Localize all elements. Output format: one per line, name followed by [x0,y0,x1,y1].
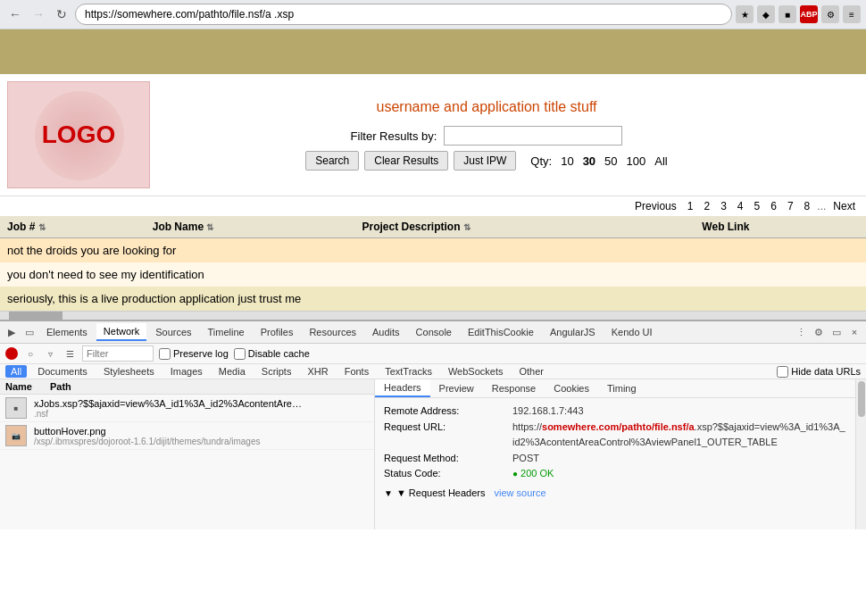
record-button[interactable] [5,347,18,360]
search-button[interactable]: Search [305,151,359,171]
format-icon[interactable]: ☰ [62,346,77,361]
clear-log-icon[interactable]: ○ [23,346,37,361]
horizontal-scrollbar[interactable] [0,311,866,320]
devtools-body: Name Path ■ xJobs.xsp?$$ajaxid=view%3A_i… [0,379,866,529]
clear-results-button[interactable]: Clear Results [364,151,448,171]
preserve-log-checkbox[interactable] [159,348,171,360]
extension-icon[interactable]: ■ [779,5,796,23]
list-item[interactable]: 📷 buttonHover.png /xsp/.ibmxspres/dojoro… [0,422,374,450]
tab-audits[interactable]: Audits [365,324,407,340]
scroll-thumb[interactable] [9,312,62,320]
hide-data-urls-checkbox[interactable] [777,366,788,378]
address-bar[interactable] [75,4,732,25]
filter-stylesheets[interactable]: Stylesheets [98,365,160,378]
network-filter-input[interactable] [82,345,154,362]
reload-button[interactable]: ↻ [52,4,71,24]
request-headers-toggle[interactable]: ▼ ▼ Request Headers view source [384,486,846,502]
request-url-label: Request URL: [384,420,509,451]
qty-30[interactable]: 30 [583,154,595,168]
qty-all[interactable]: All [654,154,667,168]
page-content: LOGO username and application title stuf… [0,29,866,320]
star-icon[interactable]: ★ [736,5,754,23]
col-job-name[interactable]: Job Name ⇅ [146,216,355,238]
filter-xhr[interactable]: XHR [302,365,333,378]
filter-other[interactable]: Other [514,365,550,378]
disable-cache-checkbox[interactable] [234,348,246,360]
tab-sources[interactable]: Sources [148,324,198,340]
tab-profiles[interactable]: Profiles [254,324,301,340]
tab-resources[interactable]: Resources [302,324,363,340]
page-8[interactable]: 8 [801,199,814,213]
request-method-row: Request Method: POST [384,451,846,467]
devtools-scrollbar[interactable] [855,379,866,529]
device-mode-icon[interactable]: ▭ [21,324,37,340]
prev-page[interactable]: Previous [631,199,680,213]
filter-icon[interactable]: ▿ [43,346,57,361]
preserve-log-text: Preserve log [173,348,229,359]
page-6[interactable]: 6 [767,199,780,213]
hide-data-urls-label[interactable]: Hide data URLs [777,366,861,378]
status-val: ● 200 OK [512,466,554,482]
plugin-icon[interactable]: ◆ [757,5,775,23]
filter-websockets[interactable]: WebSockets [443,365,509,378]
view-source-link[interactable]: view source [494,486,545,502]
page-1[interactable]: 1 [684,199,697,213]
status-code: 200 OK [520,468,554,479]
filter-input[interactable] [444,126,622,146]
qty-100[interactable]: 100 [627,154,646,168]
just-ipw-button[interactable]: Just IPW [454,151,516,171]
file-list: Name Path ■ xJobs.xsp?$$ajaxid=view%3A_i… [0,379,375,529]
devtools-scroll-thumb[interactable] [858,381,865,417]
filter-scripts[interactable]: Scripts [256,365,297,378]
detail-tab-cookies[interactable]: Cookies [545,379,598,397]
row-message-1: not the droids you are looking for [0,238,866,263]
detail-tab-response[interactable]: Response [483,379,545,397]
page-separator: ... [817,200,826,212]
file-name-1: xJobs.xsp?$$ajaxid=view%3A_id1%3A_id2%3A… [34,398,302,409]
settings-icon[interactable]: ⚙ [811,324,827,340]
data-table: Job # ⇅ Job Name ⇅ Project Description ⇅… [0,216,866,311]
page-4[interactable]: 4 [734,199,747,213]
inspect-element-icon[interactable]: ▶ [4,324,20,340]
filter-media[interactable]: Media [213,365,251,378]
qty-50[interactable]: 50 [604,154,617,168]
col-project-desc[interactable]: Project Description ⇅ [354,216,695,238]
filter-all-button[interactable]: All [5,365,27,378]
more-tools-icon[interactable]: ⋮ [793,324,809,340]
tab-timeline[interactable]: Timeline [201,324,252,340]
detail-tab-headers[interactable]: Headers [375,379,430,397]
filter-fonts[interactable]: Fonts [339,365,375,378]
qty-10[interactable]: 10 [561,154,573,168]
tab-angularjs[interactable]: AngularJS [543,324,603,340]
close-devtools-icon[interactable]: × [846,324,862,340]
tab-network[interactable]: Network [96,323,146,341]
back-button[interactable]: ← [5,4,25,24]
tab-editthiscookie[interactable]: EditThisCookie [461,324,541,340]
method-label: Request Method: [384,451,509,467]
adblock-icon[interactable]: ABP [800,5,818,23]
disable-cache-label[interactable]: Disable cache [234,348,310,360]
next-page[interactable]: Next [829,199,859,213]
more-icon[interactable]: ⚙ [821,5,839,23]
page-3[interactable]: 3 [717,199,730,213]
filter-images[interactable]: Images [165,365,208,378]
list-item[interactable]: ■ xJobs.xsp?$$ajaxid=view%3A_id1%3A_id2%… [0,395,374,422]
page-5[interactable]: 5 [751,199,764,213]
preserve-log-label[interactable]: Preserve log [159,348,229,360]
forward-button[interactable]: → [29,4,48,24]
dock-icon[interactable]: ▭ [829,324,845,340]
tab-console[interactable]: Console [409,324,459,340]
col-job-num[interactable]: Job # ⇅ [0,216,146,238]
menu-icon[interactable]: ≡ [843,5,861,23]
detail-tab-timing[interactable]: Timing [598,379,645,397]
page-7[interactable]: 7 [784,199,797,213]
filter-documents[interactable]: Documents [32,365,93,378]
detail-tab-preview[interactable]: Preview [430,379,483,397]
remote-address-row: Remote Address: 192.168.1.7:443 [384,404,846,420]
tab-kendo-ui[interactable]: Kendo UI [604,324,660,340]
remote-address-val: 192.168.1.7:443 [512,404,584,420]
top-banner [0,29,866,74]
filter-texttracks[interactable]: TextTracks [379,365,437,378]
page-2[interactable]: 2 [700,199,713,213]
tab-elements[interactable]: Elements [39,324,95,340]
